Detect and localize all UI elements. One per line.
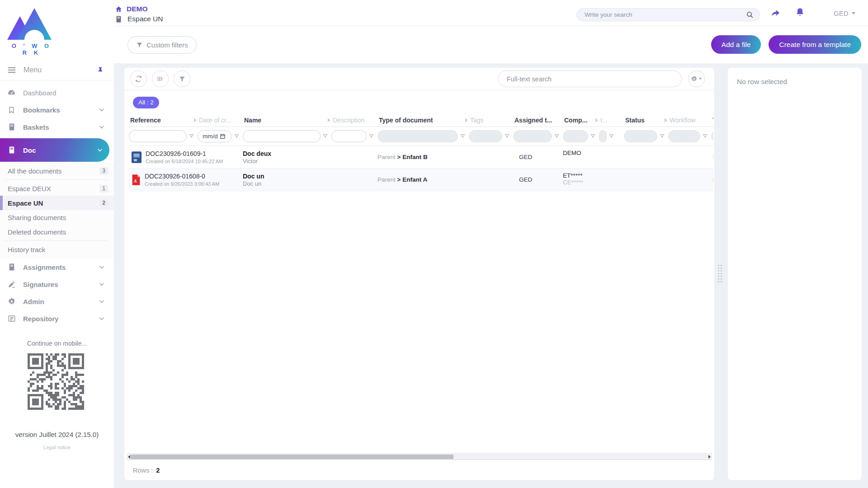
column-header-name[interactable]: Name	[243, 117, 331, 124]
legal-notice-link[interactable]: Legal notice	[0, 445, 114, 450]
chevron-down-icon	[852, 12, 855, 14]
mountain-logo-icon	[6, 5, 57, 42]
column-header-comp[interactable]: Comp...	[563, 117, 599, 124]
column-label: I...	[600, 117, 608, 124]
sidebar-subitem-deleted-documents[interactable]: Deleted documents	[0, 225, 114, 239]
column-header-workflow[interactable]: Workflow	[668, 117, 711, 124]
global-search-input[interactable]	[577, 11, 746, 18]
user-menu[interactable]: GED	[834, 9, 855, 17]
funnel-filter-icon[interactable]	[554, 133, 560, 139]
columns-button[interactable]	[152, 70, 169, 87]
created-text: Created on 9/26/2023 3:08:43 AM	[145, 181, 219, 187]
notifications-bell-icon[interactable]	[795, 7, 805, 17]
company-text: DEMO	[563, 150, 599, 156]
column-header-reference[interactable]: Reference	[129, 117, 198, 124]
panel-resize-grip[interactable]	[718, 265, 722, 282]
filter-input-disabled	[624, 130, 657, 142]
custom-filters-button[interactable]: Custom filters	[127, 36, 197, 54]
pdf-file-icon: A	[132, 174, 141, 186]
filter-button[interactable]	[174, 70, 190, 87]
table-body: wDOC230926-01609-1Created on 6/18/2024 1…	[129, 146, 713, 191]
breadcrumb-page[interactable]: Espace UN	[115, 15, 163, 23]
search-icon[interactable]	[746, 11, 754, 19]
funnel-filter-icon[interactable]	[460, 133, 466, 139]
book-icon	[7, 263, 16, 271]
column-header-i[interactable]: I...	[599, 117, 624, 124]
column-header-type-of-document[interactable]: Type of document	[377, 117, 469, 124]
document-name: Doc un	[243, 173, 331, 180]
add-file-button[interactable]: Add a file	[711, 35, 761, 54]
sidebar-item-signatures[interactable]: Signatures	[0, 276, 114, 293]
funnel-filter-icon[interactable]	[590, 133, 596, 139]
created-text: Created on 6/18/2024 10:45:22 AM	[146, 159, 223, 164]
share-icon[interactable]	[770, 8, 781, 19]
scroll-left-icon[interactable]	[128, 455, 130, 459]
type-cell: Parent > Enfant B	[377, 154, 469, 160]
funnel-filter-icon[interactable]	[368, 133, 374, 139]
column-header-tags[interactable]: Tags	[469, 117, 513, 124]
pin-sidebar-icon[interactable]	[97, 66, 104, 74]
date-filter-input[interactable]: mm/d	[198, 130, 232, 142]
detail-panel: No row selected	[728, 68, 862, 480]
funnel-filter-icon[interactable]	[189, 133, 194, 139]
fulltext-search-input[interactable]	[498, 70, 682, 87]
filter-input[interactable]	[129, 130, 187, 142]
chevron-down-icon	[99, 107, 105, 113]
filter-cell	[599, 130, 624, 142]
funnel-filter-icon[interactable]	[322, 133, 328, 139]
sidebar-item-label: Assignments	[23, 263, 66, 271]
sidebar-item-repository[interactable]: Repository	[0, 310, 114, 327]
filter-cell	[668, 130, 711, 142]
name-cell: Doc deuxVictor	[243, 150, 331, 164]
column-header-y[interactable]: Y...	[711, 117, 713, 124]
sidebar-subitem-espace-un[interactable]: Espace UN2	[0, 196, 114, 210]
column-header-date-of-cr[interactable]: Date of cr...	[198, 117, 243, 124]
sidebar-item-bookmarks[interactable]: Bookmarks	[0, 101, 114, 118]
column-header-assigned-t[interactable]: Assigned t...	[513, 117, 563, 124]
funnel-filter-icon[interactable]	[702, 133, 708, 139]
hamburger-icon[interactable]	[7, 66, 16, 75]
all-count-badge[interactable]: All : 2	[133, 97, 159, 108]
calendar-icon	[220, 133, 226, 139]
scroll-right-icon[interactable]	[708, 455, 711, 459]
funnel-filter-icon[interactable]	[234, 133, 240, 139]
sidebar-item-assignments[interactable]: Assignments	[0, 258, 114, 276]
result-badges: All : 2	[124, 90, 714, 113]
scrollbar-thumb[interactable]	[131, 455, 453, 459]
funnel-filter-icon[interactable]	[609, 133, 614, 139]
sidebar-subitem-all-the-documents[interactable]: All the documents3	[0, 164, 114, 178]
filter-input[interactable]	[331, 130, 367, 142]
sidebar-item-doc[interactable]: Doc	[0, 138, 109, 162]
horizontal-scrollbar[interactable]	[127, 453, 712, 460]
sort-chevron-icon	[194, 118, 197, 122]
refresh-button[interactable]	[130, 70, 147, 87]
column-label: Y...	[712, 117, 713, 124]
funnel-filter-icon[interactable]	[504, 133, 510, 139]
sidebar-item-admin[interactable]: Admin	[0, 293, 114, 310]
count-badge: 1	[99, 185, 108, 192]
table-row[interactable]: wDOC230926-01609-1Created on 6/18/2024 1…	[129, 146, 713, 169]
sidebar-item-dashboard[interactable]: Dashboard	[0, 84, 114, 101]
table-row[interactable]: ADOC230926-01608-0Created on 9/26/2023 3…	[129, 169, 713, 191]
chevron-down-icon	[99, 315, 105, 322]
sidebar-subitem-history-track[interactable]: History track	[0, 242, 114, 257]
column-header-description[interactable]: Description	[331, 117, 377, 124]
table-settings-button[interactable]	[688, 70, 705, 87]
submenu-divider	[5, 179, 108, 180]
funnel-filter-icon[interactable]	[659, 133, 665, 139]
documents-panel: All : 2 ReferenceDate of cr...NameDescri…	[124, 68, 714, 480]
sidebar-item-baskets[interactable]: Baskets	[0, 118, 114, 136]
assigned-cell: GED	[513, 154, 563, 160]
sidebar-subitem-sharing-documents[interactable]: Sharing documents	[0, 210, 114, 225]
app-logo[interactable]: O ' W O R K	[0, 0, 63, 56]
breadcrumb-root[interactable]: DEMO	[115, 5, 148, 13]
sidebar-nav: DashboardBookmarksBasketsDocAll the docu…	[0, 80, 114, 327]
date-filter-value: mm/d	[203, 133, 218, 140]
subitem-label: Espace DEUX	[8, 185, 51, 192]
column-header-status[interactable]: Status	[624, 117, 668, 124]
sidebar-subitem-espace-deux[interactable]: Espace DEUX1	[0, 181, 114, 196]
subitem-label: Espace UN	[8, 199, 43, 207]
filter-input[interactable]	[243, 130, 321, 142]
chevron-down-icon	[99, 298, 105, 305]
create-from-template-button[interactable]: Create from a template	[769, 35, 861, 54]
